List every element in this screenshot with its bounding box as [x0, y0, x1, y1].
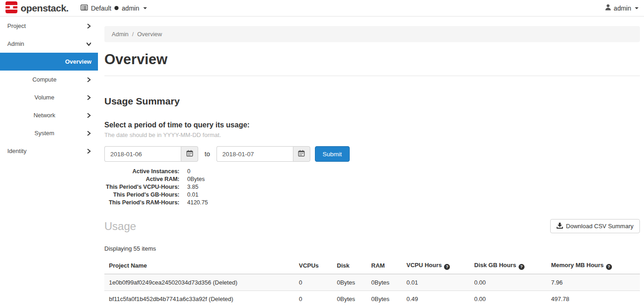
sidebar-item-compute[interactable]: Compute — [0, 71, 98, 88]
sidebar-item-system[interactable]: System — [0, 124, 98, 142]
chevron-right-icon — [86, 148, 92, 154]
cell-project-name: bf11c5fa0f1b452db4b7741a6c33a92f (Delete… — [104, 291, 294, 307]
top-navbar: openstack. Default admin — [0, 0, 644, 16]
usage-section-header: Usage Download CSV Summary — [104, 219, 640, 233]
openstack-logo-icon — [5, 1, 17, 15]
col-disk[interactable]: Disk — [332, 258, 367, 274]
download-icon — [557, 222, 563, 230]
main-area: Project Admin Overview Compute — [0, 16, 644, 307]
date-range-form: to — [104, 146, 640, 162]
date-to-input[interactable] — [216, 146, 293, 162]
usage-table: Project Name VCPUs Disk RAM VCPU Hours? … — [104, 258, 640, 307]
context-domain: Default — [91, 5, 111, 12]
date-to-group — [216, 146, 310, 162]
chevron-right-icon — [86, 113, 92, 118]
breadcrumb-current: Overview — [137, 31, 162, 38]
breadcrumb: Admin / Overview — [104, 26, 640, 42]
sidebar-item-volume[interactable]: Volume — [0, 88, 98, 106]
chevron-right-icon — [86, 77, 92, 82]
col-vcpu-hours[interactable]: VCPU Hours? — [402, 258, 470, 274]
items-count: Displaying 55 items — [104, 245, 640, 252]
stat-active-ram: Active RAM: 0Bytes — [104, 175, 640, 183]
table-row: 1e0b0f99af0249cea24502034d73d356 (Delete… — [104, 274, 640, 291]
to-label: to — [205, 150, 210, 158]
cell-project-name: 1e0b0f99af0249cea24502034d73d356 (Delete… — [104, 274, 294, 291]
breadcrumb-separator: / — [132, 31, 134, 38]
openstack-logo[interactable]: openstack. — [5, 1, 69, 15]
help-icon[interactable]: ? — [444, 264, 450, 270]
sidebar-item-overview[interactable]: Overview — [0, 53, 98, 71]
col-ram[interactable]: RAM — [367, 258, 402, 274]
help-icon[interactable]: ? — [519, 264, 525, 270]
download-csv-label: Download CSV Summary — [566, 223, 633, 230]
project-dot-icon — [114, 6, 119, 10]
caret-down-icon — [143, 7, 147, 9]
date-query-prompt: Select a period of time to query its usa… — [104, 121, 640, 129]
sidebar-nav: Project Admin Overview Compute — [0, 16, 98, 307]
user-icon — [605, 4, 611, 12]
stat-active-instances: Active Instances: 0 — [104, 168, 640, 175]
project-context-switcher[interactable]: Default admin — [81, 5, 147, 12]
date-from-group — [104, 146, 198, 162]
chevron-right-icon — [86, 131, 92, 136]
stat-vcpu-hours: This Period's VCPU-Hours: 3.85 — [104, 183, 640, 191]
app-window: openstack. Default admin — [0, 0, 644, 307]
page-title: Overview — [104, 51, 640, 76]
date-from-input[interactable] — [104, 146, 181, 162]
calendar-icon — [186, 150, 193, 159]
brand-text: openstack. — [21, 3, 69, 14]
date-from-calendar-button[interactable] — [181, 146, 198, 162]
sidebar-item-network[interactable]: Network — [0, 106, 98, 124]
calendar-icon — [298, 150, 305, 159]
chevron-down-icon — [86, 41, 92, 47]
sidebar-item-admin[interactable]: Admin — [0, 35, 98, 53]
date-to-calendar-button[interactable] — [293, 146, 310, 162]
download-csv-button[interactable]: Download CSV Summary — [550, 219, 640, 233]
breadcrumb-parent: Admin — [112, 31, 129, 38]
usage-stats: Active Instances: 0 Active RAM: 0Bytes T… — [104, 168, 640, 207]
chevron-right-icon — [86, 23, 92, 29]
col-disk-gb-hours[interactable]: Disk GB Hours? — [470, 258, 547, 274]
table-header-row: Project Name VCPUs Disk RAM VCPU Hours? … — [104, 258, 640, 274]
usage-summary-heading: Usage Summary — [104, 96, 640, 107]
usage-table-heading: Usage — [104, 220, 136, 233]
sidebar-item-identity[interactable]: Identity — [0, 142, 98, 160]
table-row: bf11c5fa0f1b452db4b7741a6c33a92f (Delete… — [104, 291, 640, 307]
col-memory-mb-hours[interactable]: Memory MB Hours? — [547, 258, 640, 274]
caret-down-icon — [635, 7, 639, 9]
date-format-hint: The date should be in YYYY-MM-DD format. — [104, 132, 640, 138]
col-project-name[interactable]: Project Name — [104, 258, 294, 274]
chevron-right-icon — [86, 95, 92, 100]
user-menu[interactable]: admin — [605, 4, 639, 12]
help-icon[interactable]: ? — [606, 264, 612, 270]
stat-gb-hours: This Period's GB-Hours: 0.01 — [104, 191, 640, 199]
submit-button[interactable]: Submit — [315, 146, 350, 162]
context-project: admin — [122, 5, 139, 12]
sidebar-item-project[interactable]: Project — [0, 17, 98, 35]
list-alt-icon — [81, 5, 88, 12]
col-vcpus[interactable]: VCPUs — [294, 258, 332, 274]
user-name: admin — [614, 5, 631, 12]
content-area: Admin / Overview Overview Usage Summary … — [98, 16, 644, 307]
stat-ram-hours: This Period's RAM-Hours: 4120.75 — [104, 199, 640, 207]
